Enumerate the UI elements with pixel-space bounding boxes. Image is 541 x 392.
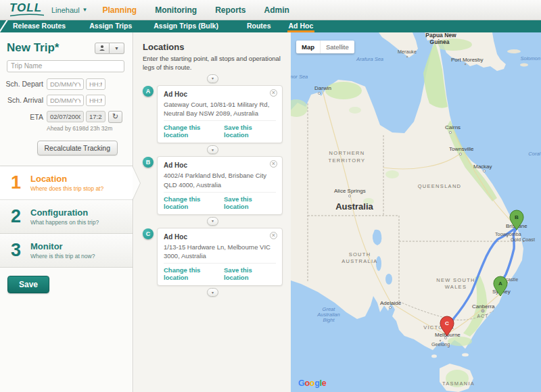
sub-nav: Release Routes Assign Trips Assign Trips…: [0, 20, 541, 32]
save-button[interactable]: Save: [7, 276, 49, 293]
eta-time-value: [86, 111, 105, 122]
main-menu: Planning Monitoring Reports Admin: [103, 5, 289, 15]
tab-ad-hoc[interactable]: Ad Hoc: [287, 20, 315, 32]
save-location-link[interactable]: Save this location: [224, 195, 276, 210]
step-location[interactable]: 1 Location Where does this trip stop at?: [0, 166, 133, 200]
location-card: × Ad Hoc Gateway Court, 10/81-91 Militar…: [157, 85, 283, 144]
map-label: Guinea: [430, 39, 450, 45]
map-label: Geelong: [431, 341, 450, 347]
step-monitor[interactable]: 3 Monitor Where is this trip at now?: [0, 234, 133, 268]
menu-item-monitoring[interactable]: Monitoring: [155, 5, 197, 15]
menu-item-reports[interactable]: Reports: [215, 5, 245, 15]
insert-stop-button[interactable]: ▾: [207, 217, 218, 226]
location-address: 4002/4 Parkland Blvd, Brisbane City QLD …: [164, 171, 276, 190]
map-label: Darwin: [314, 85, 331, 91]
page-title: New Trip*: [7, 41, 59, 55]
tab-routes[interactable]: Routes: [245, 20, 273, 32]
location-name: Ad Hoc: [164, 233, 276, 241]
step-title: Configuration: [30, 207, 99, 218]
eta-note: Ahead by 6198d 23h 32m: [47, 125, 133, 132]
toll-logo: TOLL: [9, 3, 45, 17]
map-button[interactable]: Map: [296, 41, 320, 53]
step-subtitle: What happens on this trip?: [30, 219, 99, 226]
app-selector-dropdown[interactable]: Linehaul ▼: [51, 6, 88, 14]
logo-swoosh-icon: [9, 13, 45, 17]
arrival-date-input[interactable]: [47, 95, 84, 106]
close-icon[interactable]: ×: [270, 89, 277, 97]
map-label: Solomon Sea: [520, 55, 541, 62]
close-icon[interactable]: ×: [270, 160, 277, 168]
map-label: Alice Springs: [334, 188, 366, 194]
svg-text:C: C: [445, 320, 449, 326]
tab-release-routes[interactable]: Release Routes: [11, 20, 67, 32]
map-label: QUEENSLAND: [418, 183, 462, 189]
user-icon: [99, 45, 105, 51]
depart-time-input[interactable]: [86, 78, 105, 90]
location-name: Ad Hoc: [164, 162, 276, 169]
insert-stop-button[interactable]: ▾: [207, 145, 218, 154]
depart-label: Sch. Depart: [0, 80, 43, 88]
map-label: Canberra: [472, 303, 495, 310]
location-address: 1/13-15 Hardware Ln, Melbourne VIC 3000,…: [164, 243, 276, 262]
tab-assign-trips[interactable]: Assign Trips: [88, 20, 133, 32]
refresh-eta-button[interactable]: ↻: [108, 111, 122, 123]
svg-text:B: B: [515, 214, 519, 220]
stop-marker-badge: B: [143, 157, 154, 168]
map-label: TASMANIA: [442, 381, 475, 387]
location-name: Ad Hoc: [164, 91, 276, 98]
map-label: Townsville: [449, 146, 474, 152]
map-label: Papua New: [425, 32, 456, 39]
save-location-link[interactable]: Save this location: [224, 266, 276, 281]
satellite-button[interactable]: Satellite: [320, 41, 354, 53]
step-configuration[interactable]: 2 Configuration What happens on this tri…: [0, 200, 133, 234]
depart-date-input[interactable]: [47, 78, 84, 90]
close-icon[interactable]: ×: [270, 232, 277, 239]
map-label: Bight: [323, 317, 335, 323]
map-label: Merauke: [398, 49, 417, 55]
tab-assign-trips-bulk[interactable]: Assign Trips (Bulk): [152, 20, 220, 32]
change-location-link[interactable]: Change this location: [164, 195, 224, 210]
location-address: Gateway Court, 10/81-91 Military Rd, Neu…: [164, 100, 276, 119]
change-location-link[interactable]: Change this location: [164, 266, 224, 281]
locations-panel: Locations Enter the starting point, all …: [134, 32, 291, 392]
menu-item-admin[interactable]: Admin: [264, 5, 289, 15]
arrival-time-input[interactable]: [86, 95, 105, 106]
new-trip-panel: New Trip* ▼ Sch. Depart Sch. Arrival: [0, 32, 133, 392]
svg-text:A: A: [498, 280, 502, 287]
chevron-down-icon: ▼: [83, 7, 88, 13]
map-label: Mackay: [473, 164, 492, 170]
eta-label: ETA: [0, 113, 43, 121]
menu-item-planning[interactable]: Planning: [103, 5, 137, 15]
map-label: Coral Sea: [528, 151, 541, 157]
driver-dropdown-button[interactable]: ▼: [110, 43, 124, 54]
recalculate-tracking-button[interactable]: Recalculate Tracking: [37, 141, 118, 155]
google-logo: Google: [298, 378, 326, 388]
map-label: Port Moresby: [451, 57, 484, 63]
wizard-steps: 1 Location Where does this trip stop at?…: [0, 166, 133, 268]
stop-row-b: B × Ad Hoc 4002/4 Parkland Blvd, Brisban…: [143, 156, 283, 215]
locations-description: Enter the starting point, all stops and …: [143, 55, 283, 72]
map-canvas[interactable]: Arafura Sea Timor Sea Solomon Sea Coral …: [291, 32, 541, 392]
eta-date-value: [47, 111, 84, 122]
insert-stop-button[interactable]: ▾: [207, 288, 218, 297]
map-label: Australia: [335, 201, 373, 212]
map-label: Adelaide: [380, 300, 402, 306]
map-label: Gold Coast: [511, 237, 535, 243]
change-location-link[interactable]: Change this location: [164, 124, 224, 139]
top-bar: TOLL Linehaul ▼ Planning Monitoring Repo…: [0, 0, 541, 20]
caret-down-icon: ▾: [212, 291, 214, 295]
insert-stop-button[interactable]: ▾: [207, 74, 218, 83]
map-label: Arafura Sea: [356, 56, 383, 62]
trip-name-input[interactable]: [7, 60, 124, 72]
stop-row-c: C × Ad Hoc 1/13-15 Hardware Ln, Melbourn…: [143, 228, 283, 287]
caret-down-icon: ▾: [212, 219, 214, 223]
map-label: Cairns: [445, 124, 461, 130]
save-location-link[interactable]: Save this location: [224, 124, 276, 139]
driver-split-button: ▼: [95, 43, 124, 54]
map-label: NEW SOUTH: [436, 277, 475, 283]
caret-down-icon: ▾: [212, 148, 214, 152]
user-icon-button[interactable]: [95, 43, 110, 54]
map-label: NORTHERN: [329, 150, 365, 156]
map-label: Timor Sea: [291, 74, 308, 80]
arrival-label: Sch. Arrival: [0, 96, 43, 104]
